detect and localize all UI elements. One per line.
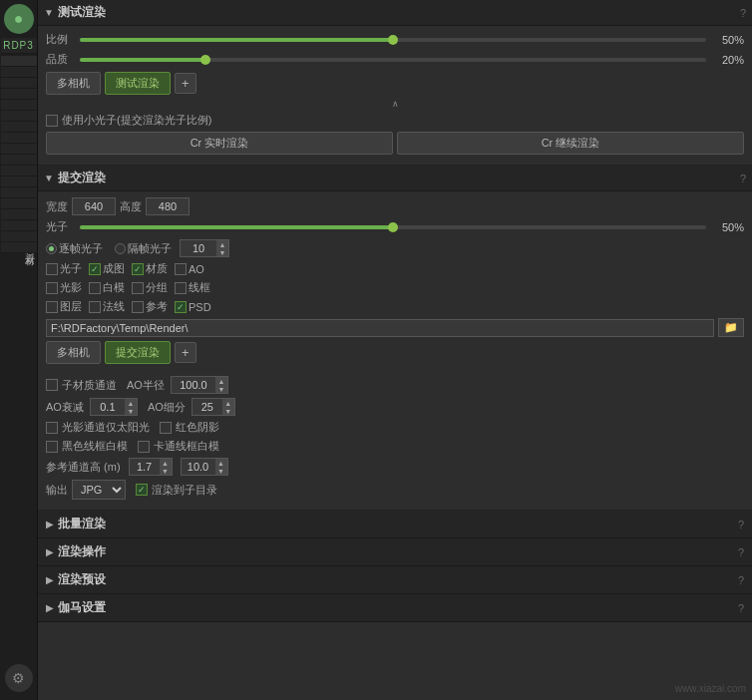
test-render-header[interactable]: ▼ 测试渲染 ?: [38, 0, 752, 26]
ref-val1-up[interactable]: ▲: [160, 459, 172, 467]
sidebar-item-outdoor[interactable]: 室外: [1, 155, 37, 166]
render-ops-help[interactable]: ?: [738, 546, 744, 558]
ao-radius-down[interactable]: ▼: [215, 385, 227, 393]
multi-camera-btn-test[interactable]: 多相机: [46, 72, 101, 95]
ao-detail-group[interactable]: ▲ ▼: [191, 398, 235, 416]
interval-input-group[interactable]: ▲ ▼: [180, 239, 229, 257]
height-input[interactable]: [146, 197, 189, 215]
render-preset-help[interactable]: ?: [738, 574, 744, 586]
ao-decay-up[interactable]: ▲: [125, 399, 137, 407]
test-render-btn[interactable]: 测试渲染: [105, 72, 171, 95]
cb-white-model[interactable]: [89, 282, 101, 294]
width-input[interactable]: [72, 197, 116, 215]
cb-group[interactable]: [132, 282, 144, 294]
batch-render-help[interactable]: ?: [738, 519, 744, 530]
render-ops-section[interactable]: ▶ 渲染操作 ?: [38, 538, 752, 566]
cb-layer[interactable]: [46, 301, 58, 313]
cb-photon[interactable]: [46, 263, 58, 275]
cb-ao[interactable]: [175, 263, 187, 275]
ref-val2-down[interactable]: ▼: [215, 467, 227, 475]
sidebar-item-select[interactable]: 选择: [1, 89, 37, 100]
check-layer[interactable]: 图层: [46, 299, 82, 314]
radio-interval[interactable]: 隔帧光子: [115, 241, 172, 256]
sidebar-item-utility[interactable]: 实用: [1, 220, 37, 231]
output-format-select[interactable]: JPG PNG TGA: [72, 480, 126, 500]
cb-final[interactable]: [89, 263, 101, 275]
sidebar-item-camera[interactable]: 相机: [1, 198, 37, 209]
check-final[interactable]: 成图: [89, 261, 125, 276]
render-preset-section[interactable]: ▶ 渲染预设 ?: [38, 566, 752, 594]
check-group[interactable]: 分组: [132, 280, 168, 295]
continue-render-btn[interactable]: Cr 继续渲染: [397, 132, 744, 155]
ref-val2-up[interactable]: ▲: [215, 459, 227, 467]
ao-radius-group[interactable]: ▲ ▼: [171, 376, 228, 394]
cb-shadow[interactable]: [46, 282, 58, 294]
ao-detail-up[interactable]: ▲: [222, 399, 234, 407]
ref-val1-input[interactable]: [130, 461, 160, 473]
check-normal[interactable]: 法线: [89, 299, 125, 314]
sidebar-item-modify[interactable]: 修改: [1, 209, 37, 220]
sidebar-item-graphic[interactable]: 图形: [1, 166, 37, 176]
add-btn-submit[interactable]: +: [175, 342, 196, 363]
check-photon[interactable]: 光子: [46, 261, 82, 276]
sidebar-item-asset[interactable]: 素材: [1, 242, 37, 253]
ao-decay-down[interactable]: ▼: [125, 407, 137, 415]
sidebar-item-file[interactable]: 文件: [1, 67, 37, 78]
check-white-model[interactable]: 白模: [89, 280, 125, 295]
interval-up[interactable]: ▲: [216, 240, 228, 248]
gamma-settings-section[interactable]: ▶ 伽马设置 ?: [38, 594, 752, 622]
batch-render-section[interactable]: ▶ 批量渲染 ?: [38, 511, 752, 538]
cb-wireframe[interactable]: [175, 282, 187, 294]
cb-ref[interactable]: [132, 301, 144, 313]
sidebar-item-model[interactable]: 模型: [1, 133, 37, 144]
sidebar-item-display[interactable]: 显示: [1, 100, 37, 111]
check-ref[interactable]: 参考: [132, 299, 168, 314]
add-btn-test[interactable]: +: [175, 73, 196, 94]
check-shadow[interactable]: 光影: [46, 280, 82, 295]
gamma-help[interactable]: ?: [738, 602, 744, 614]
ao-decay-input[interactable]: [91, 401, 125, 413]
sidebar-item-transform[interactable]: 变换: [1, 111, 37, 122]
path-input[interactable]: [46, 319, 714, 337]
ao-radius-up[interactable]: ▲: [215, 377, 227, 385]
ao-radius-input[interactable]: [172, 379, 215, 391]
ref-val2-input[interactable]: [182, 461, 215, 473]
sidebar-item-render[interactable]: 渲染: [1, 56, 37, 67]
cb-material-channel[interactable]: [46, 379, 58, 391]
quality-track[interactable]: [80, 58, 706, 62]
ref-val2-group[interactable]: ▲ ▼: [181, 458, 228, 476]
submit-render-help[interactable]: ?: [740, 173, 746, 184]
scale-track[interactable]: [80, 38, 706, 42]
check-material[interactable]: 材质: [132, 261, 168, 276]
sidebar-item-edit[interactable]: 编辑: [1, 78, 37, 89]
test-render-help[interactable]: ?: [740, 7, 746, 19]
check-wireframe[interactable]: 线框: [175, 280, 210, 295]
cb-render-subdir[interactable]: [136, 484, 148, 496]
interval-input[interactable]: [181, 242, 216, 254]
photon-track[interactable]: [80, 225, 706, 229]
cb-black-wireframe[interactable]: [46, 441, 58, 453]
interval-down[interactable]: ▼: [216, 248, 228, 256]
radio-frame[interactable]: 逐帧光子: [46, 241, 103, 256]
check-ao[interactable]: AO: [175, 263, 204, 275]
cb-psd[interactable]: [175, 301, 187, 313]
ao-detail-down[interactable]: ▼: [222, 407, 234, 415]
sidebar-item-material[interactable]: 材质: [1, 176, 37, 187]
submit-render-btn[interactable]: 提交渲染: [105, 341, 171, 364]
realtime-render-btn[interactable]: Cr 实时渲染: [46, 132, 393, 155]
multi-camera-btn-submit[interactable]: 多相机: [46, 341, 101, 364]
ao-decay-group[interactable]: ▲ ▼: [90, 398, 138, 416]
gear-button[interactable]: ⚙: [5, 664, 33, 692]
cb-red-shadow[interactable]: [160, 422, 172, 434]
folder-btn[interactable]: 📁: [718, 318, 744, 337]
sidebar-item-light[interactable]: 灯光: [1, 187, 37, 198]
sidebar-item-other[interactable]: 其它: [1, 231, 37, 242]
sidebar-item-animation[interactable]: 动画: [1, 122, 37, 133]
ao-detail-input[interactable]: [192, 401, 222, 413]
cb-material[interactable]: [132, 263, 144, 275]
cb-sunlight[interactable]: [46, 422, 58, 434]
photon-checkbox[interactable]: [46, 115, 58, 127]
submit-render-header[interactable]: ▼ 提交渲染 ?: [38, 166, 752, 191]
cb-cartoon-wireframe[interactable]: [138, 441, 150, 453]
ref-val1-group[interactable]: ▲ ▼: [129, 458, 173, 476]
